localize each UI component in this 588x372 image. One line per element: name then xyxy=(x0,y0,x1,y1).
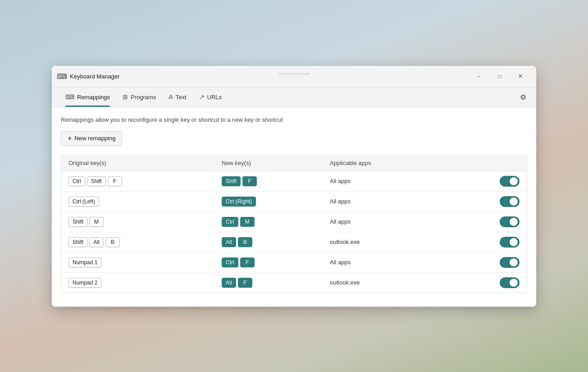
tab-urls[interactable]: ↗ URLs xyxy=(193,87,228,107)
tab-text[interactable]: A Text xyxy=(162,87,192,107)
titlebar: ⌨ Keyboard Manager − □ ✕ xyxy=(52,66,536,87)
new-keys-cell: Alt F xyxy=(222,278,330,288)
key-chip: Numpad 2 xyxy=(68,278,101,288)
text-icon: A xyxy=(169,93,173,101)
maximize-button[interactable]: □ xyxy=(489,69,510,83)
app-cell: outlook.exe xyxy=(330,237,520,248)
app-name: All apps xyxy=(330,218,351,225)
app-name: outlook.exe xyxy=(330,279,360,286)
remappings-table: Original key(s) New key(s) Applicable ap… xyxy=(61,155,527,293)
key-chip-mapped: Shift xyxy=(222,176,241,186)
key-chip: Numpad 1 xyxy=(68,257,101,267)
key-chip: Shift xyxy=(68,217,87,227)
app-cell: All apps xyxy=(330,176,520,187)
table-row: Numpad 1 Ctrl F All apps xyxy=(61,253,527,273)
content-area: Remappings allow you to reconfigure a si… xyxy=(52,107,536,307)
table-row: Ctrl (Left) Ctrl (Right) All apps xyxy=(61,192,527,212)
app-name: All apps xyxy=(330,178,351,184)
toggle-switch[interactable] xyxy=(500,216,520,227)
tab-programs[interactable]: ⊞ Programs xyxy=(116,87,162,107)
key-chip: F xyxy=(108,176,122,186)
new-keys-cell: Ctrl (Right) xyxy=(222,197,330,207)
key-chip: B xyxy=(105,237,120,247)
window-controls: − □ ✕ xyxy=(469,69,531,83)
programs-icon: ⊞ xyxy=(123,93,128,101)
key-chip-mapped: M xyxy=(240,217,255,227)
original-keys-cell: Numpad 2 xyxy=(68,278,222,288)
app-name: All apps xyxy=(330,259,351,266)
key-chip: Shift xyxy=(87,176,106,186)
original-keys-cell: Ctrl (Left) xyxy=(68,197,222,207)
new-keys-cell: Ctrl F xyxy=(222,257,330,267)
new-keys-cell: Shift F xyxy=(222,176,330,186)
key-chip-mapped: F xyxy=(240,257,255,267)
app-cell: outlook.exe xyxy=(330,277,520,288)
app-name: All apps xyxy=(330,198,351,205)
table-row: Shift M Ctrl M All apps xyxy=(61,212,527,232)
original-keys-cell: Ctrl Shift F xyxy=(68,176,222,186)
app-icon: ⌨ xyxy=(57,72,66,81)
app-cell: All apps xyxy=(330,216,520,227)
tab-remappings[interactable]: ⌨ Remappings xyxy=(59,87,116,107)
key-chip-mapped: F xyxy=(238,278,252,288)
tab-urls-label: URLs xyxy=(207,94,222,101)
key-chip-mapped: Ctrl xyxy=(222,257,238,267)
new-remapping-label: New remapping xyxy=(74,135,115,142)
key-chip: Ctrl (Left) xyxy=(68,197,99,207)
key-chip-mapped: F xyxy=(242,176,257,186)
table-header: Original key(s) New key(s) Applicable ap… xyxy=(61,155,527,171)
remappings-icon: ⌨ xyxy=(65,93,74,101)
app-title: Keyboard Manager xyxy=(70,73,469,80)
header-apps: Applicable apps xyxy=(330,160,520,166)
toggle-switch[interactable] xyxy=(500,257,520,268)
app-name: outlook.exe xyxy=(330,239,360,245)
original-keys-cell: Shift M xyxy=(68,217,222,227)
close-button[interactable]: ✕ xyxy=(510,69,531,83)
key-chip-mapped: B xyxy=(238,237,252,247)
main-window: ⌨ Keyboard Manager − □ ✕ ⌨ Remappings ⊞ … xyxy=(52,66,536,307)
minimize-button[interactable]: − xyxy=(469,69,489,83)
toggle-switch[interactable] xyxy=(500,237,520,248)
key-chip: M xyxy=(89,217,104,227)
new-remapping-button[interactable]: + New remapping xyxy=(61,131,122,146)
original-keys-cell: Numpad 1 xyxy=(68,257,222,267)
tab-programs-label: Programs xyxy=(131,94,156,101)
tab-remappings-label: Remappings xyxy=(77,94,110,101)
key-chip-mapped: Alt xyxy=(222,237,236,247)
table-row: Ctrl Shift F Shift F All apps xyxy=(61,171,527,192)
key-chip-mapped: Ctrl xyxy=(222,217,238,227)
app-cell: All apps xyxy=(330,257,520,268)
toggle-switch[interactable] xyxy=(500,176,520,187)
toggle-switch[interactable] xyxy=(500,196,520,207)
table-row: Shift Alt B Alt B outlook.exe xyxy=(61,232,527,253)
new-keys-cell: Alt B xyxy=(222,237,330,247)
key-chip-mapped: Alt xyxy=(222,278,236,288)
key-chip-mapped: Ctrl (Right) xyxy=(222,197,256,207)
key-chip: Ctrl xyxy=(68,176,85,186)
nav-bar: ⌨ Remappings ⊞ Programs A Text ↗ URLs ⚙ xyxy=(52,87,536,107)
original-keys-cell: Shift Alt B xyxy=(68,237,222,247)
search-bar xyxy=(278,73,310,75)
toggle-switch[interactable] xyxy=(500,277,520,288)
tab-text-label: Text xyxy=(176,94,187,101)
header-original: Original key(s) xyxy=(68,160,222,166)
key-chip: Alt xyxy=(89,237,104,247)
table-row: Numpad 2 Alt F outlook.exe xyxy=(61,273,527,293)
header-new: New key(s) xyxy=(222,160,330,166)
urls-icon: ↗ xyxy=(199,93,205,101)
app-cell: All apps xyxy=(330,196,520,207)
description-text: Remappings allow you to reconfigure a si… xyxy=(61,116,527,123)
new-keys-cell: Ctrl M xyxy=(222,217,330,227)
settings-button[interactable]: ⚙ xyxy=(517,90,529,104)
key-chip: Shift xyxy=(68,237,87,247)
plus-icon: + xyxy=(68,134,72,142)
